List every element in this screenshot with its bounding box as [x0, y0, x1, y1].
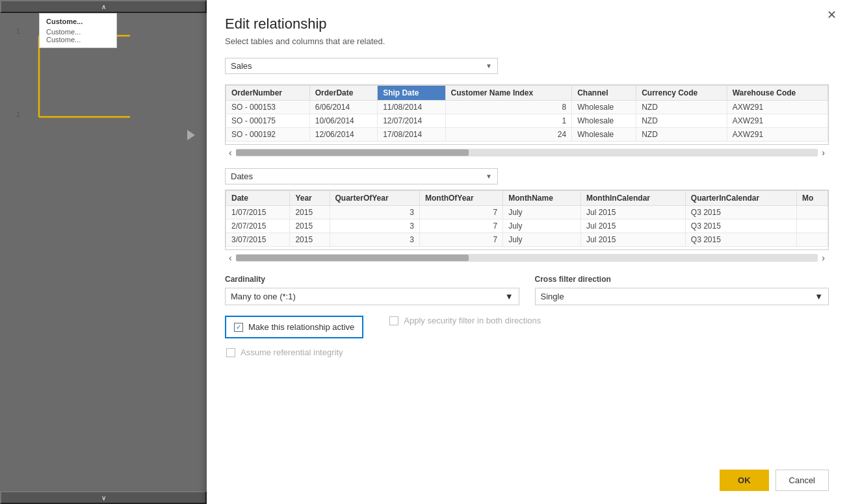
cell-date: 3/07/2015 [226, 233, 290, 247]
canvas-card-title: Custome... [46, 18, 110, 25]
canvas-card-customer: Custome... Custome... Custome... [39, 13, 117, 48]
cell-mo [796, 233, 827, 247]
table2: Date Year QuarterOfYear MonthOfYear Mont… [226, 190, 828, 247]
cell-warehouse: AXW291 [727, 128, 827, 142]
controls-row: Cardinality Many to one (*:1) ▼ Cross fi… [225, 275, 829, 305]
close-button[interactable]: ✕ [827, 8, 837, 22]
cell-custindex: 8 [445, 101, 572, 114]
canvas-area: 1 1 ∧ Custome... Custome... Custome... ∨ [0, 0, 207, 504]
cell-qoy: 3 [330, 220, 420, 233]
table2-scroll-row: ‹ › [225, 251, 829, 264]
security-filter-row: Apply security filter in both directions [389, 316, 541, 325]
cell-warehouse: AXW291 [727, 101, 827, 114]
cell-quarterincal: Q3 2015 [685, 233, 796, 247]
dialog-subtitle: Select tables and columns that are relat… [225, 36, 829, 46]
table1-col-warehousecode: Warehouse Code [727, 86, 827, 101]
cell-channel: Wholesale [572, 128, 636, 142]
table2-dropdown-row: Dates ▼ [225, 168, 829, 184]
svg-text:1: 1 [16, 27, 20, 35]
crossfilter-dropdown[interactable]: Single ▼ [535, 288, 829, 305]
dialog: ✕ Edit relationship Select tables and co… [207, 0, 847, 504]
table1-dropdown[interactable]: Sales ▼ [225, 58, 498, 74]
dialog-footer: OK Cancel [225, 459, 829, 491]
table2-col-year: Year [290, 191, 330, 206]
cell-quarterincal: Q3 2015 [685, 206, 796, 220]
cell-ordernumber: SO - 000175 [226, 114, 310, 128]
table2-col-date: Date [226, 191, 290, 206]
cell-mo [796, 220, 827, 233]
crossfilter-arrow-icon: ▼ [814, 292, 823, 301]
cell-orderdate: 6/06/2014 [309, 101, 377, 114]
security-filter-label: Apply security filter in both directions [404, 316, 541, 325]
cell-qoy: 3 [330, 206, 420, 220]
cell-channel: Wholesale [572, 114, 636, 128]
table1-scroll-right[interactable]: › [818, 146, 829, 159]
referential-integrity-checkbox[interactable] [226, 348, 235, 357]
table2-col-quarterofyear: QuarterOfYear [330, 191, 420, 206]
table2-dropdown-arrow: ▼ [486, 173, 492, 180]
cell-year: 2015 [290, 206, 330, 220]
table2-wrapper: Date Year QuarterOfYear MonthOfYear Mont… [225, 190, 829, 250]
cell-moy: 7 [420, 206, 503, 220]
table-row: SO - 000192 12/06/2014 17/08/2014 24 Who… [226, 128, 828, 142]
cell-quarterincal: Q3 2015 [685, 220, 796, 233]
cancel-button[interactable]: Cancel [775, 470, 829, 491]
table2-scroll-right[interactable]: › [818, 251, 829, 264]
table1-col-shipdate: Ship Date [378, 86, 445, 101]
security-filter-checkbox[interactable] [389, 316, 398, 325]
svg-text:1: 1 [16, 110, 20, 118]
cell-mo [796, 206, 827, 220]
cell-date: 2/07/2015 [226, 220, 290, 233]
cell-monthname: July [503, 233, 581, 247]
svg-marker-5 [187, 130, 195, 140]
cell-year: 2015 [290, 233, 330, 247]
cell-monthincal: Jul 2015 [581, 233, 686, 247]
table1-dropdown-value: Sales [231, 61, 252, 71]
make-active-row[interactable]: Make this relationship active [225, 316, 363, 338]
make-active-container: Make this relationship active [225, 316, 363, 344]
cell-currency: NZD [636, 114, 727, 128]
table-row: SO - 000153 6/06/2014 11/08/2014 8 Whole… [226, 101, 828, 114]
canvas-card-row-1: Custome... [46, 28, 110, 36]
table-row: 3/07/2015 2015 3 7 July Jul 2015 Q3 2015 [226, 233, 828, 247]
cardinality-dropdown[interactable]: Many to one (*:1) ▼ [225, 288, 519, 305]
table2-scroll-left[interactable]: ‹ [225, 251, 236, 264]
cell-monthname: July [503, 206, 581, 220]
table2-dropdown[interactable]: Dates ▼ [225, 168, 498, 184]
cell-shipdate: 17/08/2014 [378, 128, 445, 142]
cell-qoy: 3 [330, 233, 420, 247]
make-active-checkbox[interactable] [234, 323, 243, 332]
cell-custindex: 24 [445, 128, 572, 142]
table1-scroll-track [236, 149, 818, 157]
table2-header-row: Date Year QuarterOfYear MonthOfYear Mont… [226, 191, 828, 206]
table2-col-monthname: MonthName [503, 191, 581, 206]
cell-ordernumber: SO - 000192 [226, 128, 310, 142]
canvas-scroll-down[interactable]: ∨ [0, 491, 207, 504]
table-row: SO - 000175 10/06/2014 12/07/2014 1 Whol… [226, 114, 828, 128]
table2-col-quarterincalendar: QuarterInCalendar [685, 191, 796, 206]
dialog-title: Edit relationship [225, 16, 829, 32]
table2-col-monthofyear: MonthOfYear [420, 191, 503, 206]
table-row: 2/07/2015 2015 3 7 July Jul 2015 Q3 2015 [226, 220, 828, 233]
table2-scroll-thumb [236, 255, 469, 261]
table1-dropdown-arrow: ▼ [486, 62, 492, 69]
canvas-scroll-up[interactable]: ∧ [0, 0, 207, 13]
crossfilter-group: Cross filter direction Single ▼ [535, 275, 829, 305]
cell-currency: NZD [636, 101, 727, 114]
cell-ordernumber: SO - 000153 [226, 101, 310, 114]
ok-button[interactable]: OK [720, 470, 769, 491]
cell-year: 2015 [290, 220, 330, 233]
table2-col-mo: Mo [796, 191, 827, 206]
cell-moy: 7 [420, 233, 503, 247]
table1-scroll-left[interactable]: ‹ [225, 146, 236, 159]
table1-scroll-row: ‹ › [225, 146, 829, 159]
table1-col-customernameindex: Customer Name Index [445, 86, 572, 101]
cell-custindex: 1 [445, 114, 572, 128]
cardinality-arrow-icon: ▼ [505, 292, 514, 301]
make-active-label: Make this relationship active [248, 322, 354, 332]
cell-warehouse: AXW291 [727, 114, 827, 128]
cell-monthname: July [503, 220, 581, 233]
table1-dropdown-row: Sales ▼ [225, 58, 829, 74]
table2-dropdown-value: Dates [231, 171, 253, 181]
table-row: 1/07/2015 2015 3 7 July Jul 2015 Q3 2015 [226, 206, 828, 220]
